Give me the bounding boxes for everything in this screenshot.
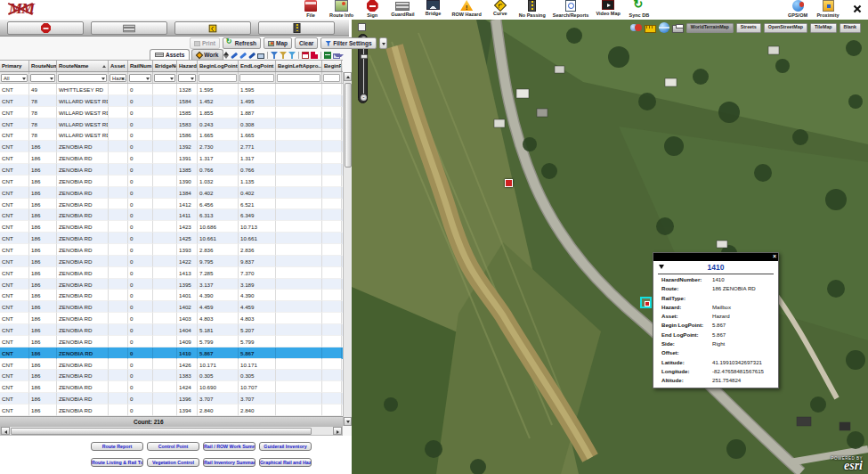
report-button-vegetation-control[interactable]: Vegetation Control xyxy=(147,458,199,467)
basemap-button-blank[interactable]: Blank xyxy=(840,23,861,33)
toolbar-item-no-passing[interactable]: No Passing xyxy=(519,0,546,18)
print-map-icon[interactable] xyxy=(672,25,684,33)
report-button-control-point[interactable]: Control Point xyxy=(147,442,199,451)
table-row[interactable]: CNT186ZENOBIA RD013911.3171.317 xyxy=(0,152,343,164)
table-row[interactable]: CNT186ZENOBIA RD014045.1815.207 xyxy=(0,324,343,336)
filter-edit-icon[interactable] xyxy=(280,52,287,59)
table-row[interactable]: CNT186ZENOBIA RD0142410.69010.707 xyxy=(0,381,343,393)
table-row[interactable]: CNT186ZENOBIA RD013963.7073.707 xyxy=(0,393,343,405)
table-row[interactable]: CNT186ZENOBIA RD013901.0321.135 xyxy=(0,176,343,187)
vertical-scroll-thumb[interactable] xyxy=(345,83,352,168)
clear-button[interactable]: Clear xyxy=(295,37,318,49)
tab-work[interactable]: Work xyxy=(191,49,223,60)
collapse-triangle-icon[interactable] xyxy=(659,265,664,269)
table-row[interactable]: CNT78WILLARD WEST RD015861.6651.665 xyxy=(0,129,343,141)
expand-icon[interactable] xyxy=(851,3,863,14)
column-header-beginright[interactable]: BeginRight xyxy=(322,61,342,71)
table-row[interactable]: CNT186ZENOBIA RD014137.2857.370 xyxy=(0,267,343,279)
scroll-down-button[interactable] xyxy=(344,417,352,426)
table-row[interactable]: CNT186ZENOBIA RD014116.3136.349 xyxy=(0,209,343,221)
column-header-routenum[interactable]: RouteNum xyxy=(29,61,57,71)
table-row[interactable]: CNT186ZENOBIA RD014034.8034.803 xyxy=(0,313,343,324)
table-row[interactable]: CNT186ZENOBIA RD014126.4566.521 xyxy=(0,199,343,210)
column-header-bridgeno[interactable]: BridgeNo xyxy=(153,61,177,71)
toolbar-item-sync-db[interactable]: Sync DB xyxy=(628,0,651,18)
mail-icon[interactable] xyxy=(333,53,340,59)
toolbar-item-file[interactable]: File xyxy=(299,0,322,18)
column-header-railnum[interactable]: RailNum xyxy=(128,61,153,71)
filter-dropdown-routename[interactable] xyxy=(58,74,107,82)
zoom-out-button[interactable]: - xyxy=(361,94,367,101)
toolbar-item-bridge[interactable]: Bridge xyxy=(422,0,445,18)
column-header-beginlogpoint[interactable]: BeginLogPoint xyxy=(198,61,239,71)
table-row[interactable]: CNT186ZENOBIA RD013942.8402.840 xyxy=(0,405,343,416)
report-button-route-report[interactable]: Route Report xyxy=(91,442,143,451)
quick-button-curve-sign-icon[interactable] xyxy=(174,21,251,35)
map-button[interactable]: Map xyxy=(264,37,292,49)
basemap-button-worldterrainmap[interactable]: WorldTerrainMap xyxy=(686,23,734,33)
horizontal-scroll-thumb[interactable] xyxy=(11,428,312,435)
quick-button-guardrail-icon[interactable] xyxy=(91,21,167,35)
quick-button-stop-sign-icon[interactable] xyxy=(7,21,84,35)
filter-input-beginlogpoint[interactable] xyxy=(199,74,237,82)
map-view[interactable]: + - WorldTerrainMapStreetsOpenStreetMapT… xyxy=(352,20,868,474)
refresh-button[interactable]: Refresh xyxy=(223,37,261,49)
toolbar-item-curve[interactable]: Curve xyxy=(489,0,512,18)
table-row[interactable]: CNT78WILLARD WEST RD015851.8551.887 xyxy=(0,107,343,118)
toolbar-item-proximity[interactable]: Proximity xyxy=(816,0,840,18)
table-row[interactable]: CNT186ZENOBIA RD014095.7995.799 xyxy=(0,336,343,347)
table-row[interactable]: CNT186ZENOBIA RD013840.4020.402 xyxy=(0,187,343,199)
quick-button-no-passing-icon[interactable] xyxy=(258,21,335,35)
filter-clear-icon[interactable] xyxy=(288,52,296,59)
filter-dropdown-hazardn[interactable] xyxy=(178,74,196,82)
filter-icon[interactable] xyxy=(271,52,278,59)
scroll-up-button[interactable] xyxy=(344,72,352,81)
column-header-endlogpoint[interactable]: EndLogPoint xyxy=(239,61,276,71)
ruler-icon[interactable] xyxy=(645,25,656,33)
edit-pen-icon[interactable] xyxy=(231,52,238,59)
column-header-primary[interactable]: Primary xyxy=(0,61,29,71)
toolbar-item-sign[interactable]: Sign xyxy=(361,0,384,18)
basemap-button-tilemap[interactable]: TileMap xyxy=(810,23,837,33)
filter-input-beginleftappro[interactable] xyxy=(277,74,320,82)
toolbar-item-search-reports[interactable]: Search/Reports xyxy=(553,0,589,18)
vertical-scrollbar[interactable] xyxy=(343,72,352,426)
screen-icon[interactable] xyxy=(257,53,264,59)
table-row[interactable]: CNT186ZENOBIA RD013850.7660.766 xyxy=(0,164,343,176)
toolbar-item-guardrail[interactable]: GuardRail xyxy=(391,0,414,18)
table-row[interactable]: CNT186ZENOBIA RD0142310.68610.713 xyxy=(0,221,343,233)
basemap-button-openstreetmap[interactable]: OpenStreetMap xyxy=(764,23,807,33)
table-row[interactable]: CNT186ZENOBIA RD013922.7302.771 xyxy=(0,141,343,152)
column-header-asset[interactable]: Asset xyxy=(109,61,128,71)
column-header-routename[interactable]: RouteName xyxy=(57,61,109,71)
filter-dropdown-routenum[interactable] xyxy=(30,74,55,82)
sort-icon[interactable] xyxy=(222,52,229,59)
report-button-graphical-rail-and-hazard[interactable]: Graphical Rail and Hazard xyxy=(259,458,312,467)
horizontal-scrollbar[interactable] xyxy=(0,426,343,436)
toolbar-item-gps-om[interactable]: GPS/OM xyxy=(786,0,809,18)
table-row[interactable]: CNT186ZENOBIA RD013932.8362.836 xyxy=(0,244,343,256)
toolbar-item-video-map[interactable]: Video Map xyxy=(596,0,620,18)
filter-input-endlogpoint[interactable] xyxy=(239,74,274,82)
export-excel-icon[interactable] xyxy=(324,52,331,59)
filter-dropdown-asset[interactable]: Haza... xyxy=(110,74,126,82)
filter-input-beginright[interactable] xyxy=(323,74,340,82)
edit-pen2-icon[interactable] xyxy=(239,52,247,59)
filter-dropdown-railnum[interactable] xyxy=(129,74,151,82)
table-row[interactable]: CNT186ZENOBIA RD014229.7959.837 xyxy=(0,256,343,267)
report-doc-icon[interactable] xyxy=(302,52,309,59)
table-row[interactable]: CNT78WILLARD WEST RD015841.4521.495 xyxy=(0,95,343,107)
selected-hazard-marker[interactable] xyxy=(640,297,652,308)
report-button-rail-row-work-summary[interactable]: Rail / ROW Work Summary xyxy=(203,442,256,451)
basemap-button-streets[interactable]: Streets xyxy=(736,23,761,33)
measure-icon[interactable] xyxy=(630,22,642,33)
filter-dropdown-bridgeno[interactable] xyxy=(154,74,175,82)
scroll-left-button[interactable] xyxy=(1,427,10,435)
toolbar-item-route-info[interactable]: Route Info xyxy=(329,0,353,18)
report-button-rail-inventory-summary[interactable]: Rail Inventory Summary xyxy=(203,458,256,467)
table-row[interactable]: CNT186ZENOBIA RD0142610.17110.171 xyxy=(0,359,343,371)
table-row[interactable]: CNT186ZENOBIA RD014014.3904.390 xyxy=(0,290,343,301)
globe-icon[interactable] xyxy=(659,22,669,33)
table-row[interactable]: CNT186ZENOBIA RD014024.4594.459 xyxy=(0,301,343,313)
table-row[interactable]: CNT186ZENOBIA RD014105.8675.867 xyxy=(0,347,343,359)
